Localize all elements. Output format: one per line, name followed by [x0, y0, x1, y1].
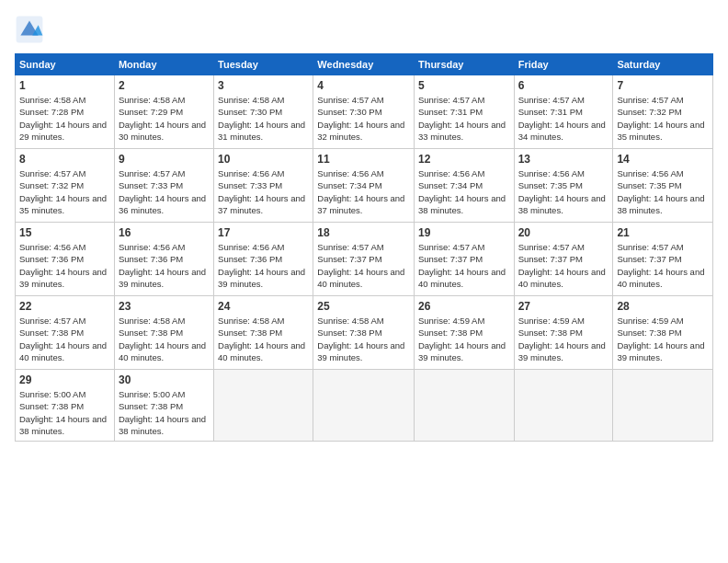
day-number: 5 [418, 79, 510, 92]
table-row [313, 370, 415, 442]
day-number: 1 [19, 79, 110, 92]
day-info: Sunrise: 4:56 AMSunset: 7:34 PMDaylight:… [317, 167, 410, 216]
calendar-table: Sunday Monday Tuesday Wednesday Thursday… [15, 53, 713, 442]
table-row: 28 Sunrise: 4:59 AMSunset: 7:38 PMDaylig… [613, 296, 713, 370]
table-row: 14 Sunrise: 4:56 AMSunset: 7:35 PMDaylig… [613, 149, 713, 223]
day-info: Sunrise: 4:57 AMSunset: 7:31 PMDaylight:… [518, 94, 609, 143]
day-number: 6 [518, 79, 609, 92]
page: Sunday Monday Tuesday Wednesday Thursday… [0, 0, 728, 563]
table-row: 15 Sunrise: 4:56 AMSunset: 7:36 PMDaylig… [16, 223, 115, 296]
day-number: 27 [518, 300, 609, 313]
day-number: 28 [617, 300, 709, 313]
day-info: Sunrise: 4:57 AMSunset: 7:32 PMDaylight:… [617, 94, 709, 143]
day-number: 17 [218, 226, 309, 239]
day-number: 13 [518, 153, 609, 166]
table-row: 9 Sunrise: 4:57 AMSunset: 7:33 PMDayligh… [114, 149, 213, 223]
table-row: 13 Sunrise: 4:56 AMSunset: 7:35 PMDaylig… [514, 149, 613, 223]
table-row: 1 Sunrise: 4:58 AMSunset: 7:28 PMDayligh… [16, 75, 115, 149]
table-row: 23 Sunrise: 4:58 AMSunset: 7:38 PMDaylig… [114, 296, 213, 370]
col-monday: Monday [114, 54, 213, 75]
day-info: Sunrise: 4:57 AMSunset: 7:30 PMDaylight:… [317, 94, 410, 143]
day-number: 26 [418, 300, 510, 313]
table-row [613, 370, 713, 442]
day-info: Sunrise: 4:58 AMSunset: 7:28 PMDaylight:… [19, 94, 110, 143]
day-info: Sunrise: 5:00 AMSunset: 7:38 PMDaylight:… [19, 388, 110, 437]
day-number: 18 [317, 226, 410, 239]
header [15, 15, 713, 44]
day-number: 20 [518, 226, 609, 239]
day-number: 3 [218, 79, 309, 92]
day-info: Sunrise: 4:58 AMSunset: 7:30 PMDaylight:… [218, 94, 309, 143]
day-number: 25 [317, 300, 410, 313]
col-wednesday: Wednesday [313, 54, 415, 75]
day-number: 9 [119, 153, 210, 166]
day-info: Sunrise: 4:56 AMSunset: 7:36 PMDaylight:… [119, 241, 210, 290]
col-sunday: Sunday [16, 54, 115, 75]
day-number: 8 [19, 153, 110, 166]
day-info: Sunrise: 4:57 AMSunset: 7:37 PMDaylight:… [418, 241, 510, 290]
day-number: 16 [119, 226, 210, 239]
table-row: 8 Sunrise: 4:57 AMSunset: 7:32 PMDayligh… [16, 149, 115, 223]
table-row: 30 Sunrise: 5:00 AMSunset: 7:38 PMDaylig… [114, 370, 213, 442]
day-info: Sunrise: 4:58 AMSunset: 7:29 PMDaylight:… [119, 94, 210, 143]
table-row [214, 370, 313, 442]
day-info: Sunrise: 4:56 AMSunset: 7:35 PMDaylight:… [518, 167, 609, 216]
table-row: 11 Sunrise: 4:56 AMSunset: 7:34 PMDaylig… [313, 149, 415, 223]
calendar-header-row: Sunday Monday Tuesday Wednesday Thursday… [16, 54, 713, 75]
day-number: 19 [418, 226, 510, 239]
day-number: 4 [317, 79, 410, 92]
table-row: 16 Sunrise: 4:56 AMSunset: 7:36 PMDaylig… [114, 223, 213, 296]
table-row: 22 Sunrise: 4:57 AMSunset: 7:38 PMDaylig… [16, 296, 115, 370]
table-row: 10 Sunrise: 4:56 AMSunset: 7:33 PMDaylig… [214, 149, 313, 223]
day-info: Sunrise: 4:59 AMSunset: 7:38 PMDaylight:… [617, 315, 709, 363]
day-number: 15 [19, 226, 110, 239]
day-number: 22 [19, 300, 110, 313]
day-number: 10 [218, 153, 309, 166]
col-friday: Friday [514, 54, 613, 75]
day-number: 11 [317, 153, 410, 166]
day-info: Sunrise: 4:57 AMSunset: 7:38 PMDaylight:… [19, 315, 110, 363]
table-row: 2 Sunrise: 4:58 AMSunset: 7:29 PMDayligh… [114, 75, 213, 149]
table-row: 6 Sunrise: 4:57 AMSunset: 7:31 PMDayligh… [514, 75, 613, 149]
day-info: Sunrise: 4:56 AMSunset: 7:36 PMDaylight:… [218, 241, 309, 290]
table-row: 25 Sunrise: 4:58 AMSunset: 7:38 PMDaylig… [313, 296, 415, 370]
table-row: 20 Sunrise: 4:57 AMSunset: 7:37 PMDaylig… [514, 223, 613, 296]
day-info: Sunrise: 4:58 AMSunset: 7:38 PMDaylight:… [317, 315, 410, 363]
day-number: 2 [119, 79, 210, 92]
day-info: Sunrise: 4:56 AMSunset: 7:34 PMDaylight:… [418, 167, 510, 216]
table-row: 5 Sunrise: 4:57 AMSunset: 7:31 PMDayligh… [414, 75, 514, 149]
table-row: 24 Sunrise: 4:58 AMSunset: 7:38 PMDaylig… [214, 296, 313, 370]
table-row: 27 Sunrise: 4:59 AMSunset: 7:38 PMDaylig… [514, 296, 613, 370]
table-row: 7 Sunrise: 4:57 AMSunset: 7:32 PMDayligh… [613, 75, 713, 149]
day-info: Sunrise: 4:59 AMSunset: 7:38 PMDaylight:… [518, 315, 609, 363]
table-row: 19 Sunrise: 4:57 AMSunset: 7:37 PMDaylig… [414, 223, 514, 296]
table-row: 4 Sunrise: 4:57 AMSunset: 7:30 PMDayligh… [313, 75, 415, 149]
day-info: Sunrise: 4:57 AMSunset: 7:37 PMDaylight:… [317, 241, 410, 290]
day-info: Sunrise: 4:57 AMSunset: 7:31 PMDaylight:… [418, 94, 510, 143]
day-info: Sunrise: 4:56 AMSunset: 7:36 PMDaylight:… [19, 241, 110, 290]
day-info: Sunrise: 4:59 AMSunset: 7:38 PMDaylight:… [418, 315, 510, 363]
table-row [414, 370, 514, 442]
day-number: 14 [617, 153, 709, 166]
day-info: Sunrise: 4:58 AMSunset: 7:38 PMDaylight:… [218, 315, 309, 363]
table-row [514, 370, 613, 442]
day-number: 12 [418, 153, 510, 166]
day-info: Sunrise: 4:57 AMSunset: 7:33 PMDaylight:… [119, 167, 210, 216]
table-row: 26 Sunrise: 4:59 AMSunset: 7:38 PMDaylig… [414, 296, 514, 370]
day-number: 21 [617, 226, 709, 239]
table-row: 18 Sunrise: 4:57 AMSunset: 7:37 PMDaylig… [313, 223, 415, 296]
day-info: Sunrise: 5:00 AMSunset: 7:38 PMDaylight:… [119, 388, 210, 437]
day-info: Sunrise: 4:56 AMSunset: 7:33 PMDaylight:… [218, 167, 309, 216]
day-info: Sunrise: 4:57 AMSunset: 7:37 PMDaylight:… [518, 241, 609, 290]
day-info: Sunrise: 4:56 AMSunset: 7:35 PMDaylight:… [617, 167, 709, 216]
day-info: Sunrise: 4:58 AMSunset: 7:38 PMDaylight:… [119, 315, 210, 363]
col-tuesday: Tuesday [214, 54, 313, 75]
day-number: 30 [119, 373, 210, 386]
table-row: 17 Sunrise: 4:56 AMSunset: 7:36 PMDaylig… [214, 223, 313, 296]
logo-icon [15, 15, 44, 44]
day-info: Sunrise: 4:57 AMSunset: 7:32 PMDaylight:… [19, 167, 110, 216]
table-row: 29 Sunrise: 5:00 AMSunset: 7:38 PMDaylig… [16, 370, 115, 442]
table-row: 21 Sunrise: 4:57 AMSunset: 7:37 PMDaylig… [613, 223, 713, 296]
table-row: 3 Sunrise: 4:58 AMSunset: 7:30 PMDayligh… [214, 75, 313, 149]
col-thursday: Thursday [414, 54, 514, 75]
